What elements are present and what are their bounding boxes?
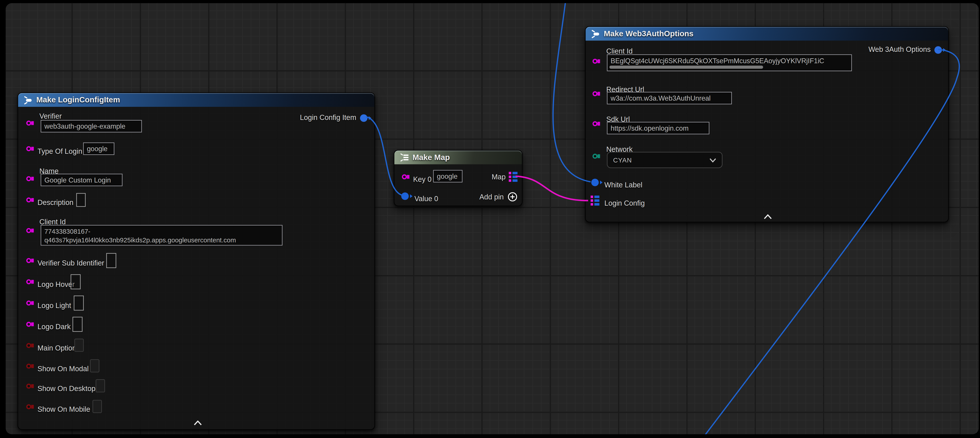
node-make-map[interactable]: Make Map Key 0 google Map Value 0 Add pi…	[394, 150, 522, 206]
white-label-label: White Label	[605, 181, 643, 189]
add-pin-label: Add pin	[479, 193, 504, 201]
node-header-make-web3authoptions[interactable]: Make Web3AuthOptions	[586, 27, 948, 41]
node-make-loginconfigitem[interactable]: Make LoginConfigItem Login Config Item V…	[18, 92, 375, 430]
name-pin[interactable]	[26, 176, 31, 181]
type-of-login-pin[interactable]	[26, 146, 31, 151]
show-on-mobile-label: Show On Mobile	[38, 406, 90, 413]
output-pin-label: Web 3Auth Options	[869, 46, 931, 54]
client-id-value-line2: q463s7kpvja16l4l0kko3nb925ikds2p.apps.go…	[44, 236, 236, 244]
show-on-mobile-checkbox[interactable]	[92, 400, 102, 413]
name-input[interactable]: Google Custom Login	[41, 174, 123, 186]
map-output-pin[interactable]	[509, 172, 517, 182]
show-on-desktop-label: Show On Desktop	[38, 385, 95, 392]
key-0-pin[interactable]	[402, 174, 407, 179]
client-id-horizontal-scrollbar[interactable]	[609, 66, 763, 69]
value-0-pin[interactable]	[401, 193, 409, 200]
sdk-url-pin[interactable]	[593, 121, 598, 126]
type-of-login-input[interactable]: google	[83, 142, 115, 155]
verifier-sub-identifier-input[interactable]	[106, 253, 116, 268]
login-config-item-output-pin[interactable]	[360, 114, 368, 121]
show-on-modal-label: Show On Modal	[38, 365, 89, 373]
description-input[interactable]	[76, 193, 86, 207]
network-pin[interactable]	[593, 154, 598, 159]
node-title: Make Map	[412, 153, 450, 162]
show-on-desktop-pin[interactable]	[26, 384, 31, 389]
logo-light-input[interactable]	[74, 296, 84, 311]
chevron-down-icon	[710, 158, 716, 162]
main-option-label: Main Option	[38, 344, 76, 352]
blueprint-graph-canvas[interactable]: Make LoginConfigItem Login Config Item V…	[6, 3, 978, 434]
wire-map-to-login-config[interactable]	[515, 176, 588, 201]
show-on-modal-pin[interactable]	[26, 364, 31, 369]
node-title: Make Web3AuthOptions	[604, 29, 694, 38]
description-pin[interactable]	[26, 197, 31, 202]
login-config-pin[interactable]	[590, 196, 599, 205]
client-id-value: BEglQSgt4cUWcj6SKRdu5QkOXTsePmMcusG5EAoy…	[611, 57, 824, 64]
key-0-input[interactable]: google	[433, 170, 462, 183]
verifier-sub-identifier-pin[interactable]	[26, 258, 31, 263]
web3auth-options-output-pin[interactable]	[934, 46, 942, 53]
network-selected-value: CYAN	[613, 156, 632, 164]
network-dropdown[interactable]: CYAN	[607, 152, 722, 168]
logo-light-label: Logo Light	[38, 302, 71, 309]
make-struct-icon	[23, 95, 32, 105]
add-pin-plus-icon	[508, 192, 518, 202]
verifier-input[interactable]: web3auth-google-example	[41, 120, 142, 132]
client-id-input[interactable]: BEglQSgt4cUWcj6SKRdu5QkOXTsePmMcusG5EAoy…	[607, 54, 852, 71]
pin-row-web3auth-options-output: Web 3Auth Options	[869, 46, 942, 54]
map-output-label: Map	[492, 173, 506, 181]
make-struct-icon	[590, 29, 600, 38]
white-label-pin[interactable]	[591, 179, 599, 186]
make-map-icon	[399, 153, 409, 162]
verifier-sub-identifier-label: Verifier Sub Identifier	[38, 259, 104, 267]
blueprint-graph-stage: Make LoginConfigItem Login Config Item V…	[0, 0, 980, 438]
show-on-mobile-pin[interactable]	[26, 404, 31, 409]
redirect-url-pin[interactable]	[593, 91, 598, 96]
client-id-label: Client Id	[40, 218, 66, 226]
client-id-label: Client Id	[606, 48, 632, 55]
collapse-node-chevron-icon[interactable]	[194, 420, 202, 425]
pin-row-map-output: Map	[492, 172, 517, 182]
show-on-desktop-checkbox[interactable]	[96, 379, 105, 392]
client-id-value-line1: 774338308167-	[44, 228, 90, 235]
sdk-url-input[interactable]: https://sdk.openlogin.com	[607, 122, 710, 134]
login-config-label: Login Config	[605, 199, 645, 207]
output-pin-label: Login Config Item	[300, 114, 356, 122]
logo-dark-pin[interactable]	[26, 322, 31, 327]
node-title: Make LoginConfigItem	[36, 96, 120, 104]
pin-row-login-config-item-output: Login Config Item	[300, 114, 368, 122]
node-make-web3authoptions[interactable]: Make Web3AuthOptions Web 3Auth Options C…	[585, 26, 949, 223]
verifier-label: Verifier	[40, 112, 62, 120]
add-pin-button[interactable]: Add pin	[479, 192, 517, 202]
logo-dark-label: Logo Dark	[38, 323, 71, 331]
logo-hover-input[interactable]	[70, 274, 81, 289]
key-0-label: Key 0	[413, 175, 432, 183]
verifier-pin[interactable]	[26, 121, 31, 126]
description-label: Description	[38, 199, 74, 206]
type-of-login-label: Type Of Login	[38, 148, 82, 155]
client-id-pin[interactable]	[26, 228, 31, 233]
client-id-input[interactable]: 774338308167- q463s7kpvja16l4l0kko3nb925…	[41, 225, 283, 246]
node-header-make-map[interactable]: Make Map	[394, 151, 522, 164]
logo-hover-label: Logo Hover	[38, 281, 75, 288]
show-on-modal-checkbox[interactable]	[90, 359, 99, 372]
node-header-make-loginconfigitem[interactable]: Make LoginConfigItem	[18, 93, 374, 107]
logo-dark-input[interactable]	[73, 317, 83, 331]
redirect-url-input[interactable]: w3a://com.w3a.Web3AuthUnreal	[607, 92, 732, 104]
logo-light-pin[interactable]	[26, 301, 31, 305]
logo-hover-pin[interactable]	[26, 279, 31, 284]
main-option-pin[interactable]	[26, 343, 31, 348]
main-option-checkbox[interactable]	[74, 339, 84, 352]
value-0-label: Value 0	[414, 195, 438, 202]
collapse-node-chevron-icon[interactable]	[764, 214, 772, 219]
client-id-pin[interactable]	[593, 59, 598, 64]
